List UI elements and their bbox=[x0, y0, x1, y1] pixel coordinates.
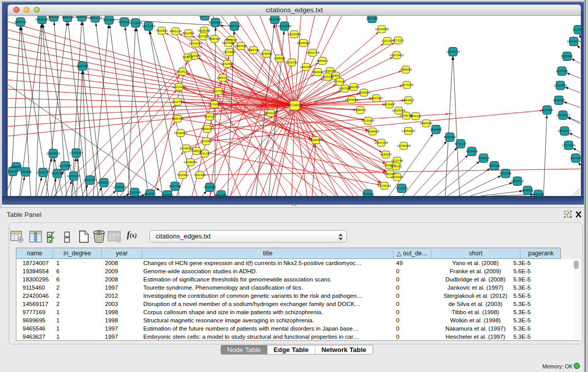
svg-text:9184067: 9184067 bbox=[380, 153, 392, 156]
svg-text:1156809: 1156809 bbox=[20, 170, 32, 173]
svg-text:7462664: 7462664 bbox=[347, 85, 360, 89]
svg-text:9671102: 9671102 bbox=[393, 39, 405, 42]
svg-text:10958127: 10958127 bbox=[97, 181, 111, 184]
svg-text:8101275: 8101275 bbox=[199, 16, 211, 17]
svg-text:1965498: 1965498 bbox=[171, 117, 184, 120]
svg-text:9660124: 9660124 bbox=[169, 30, 182, 33]
svg-text:2718126: 2718126 bbox=[177, 70, 189, 73]
svg-text:5359410: 5359410 bbox=[201, 127, 213, 130]
svg-text:8441102: 8441102 bbox=[410, 115, 422, 118]
svg-text:1893115: 1893115 bbox=[48, 16, 60, 18]
svg-text:9454: 9454 bbox=[332, 74, 339, 77]
svg-text:16033809: 16033809 bbox=[209, 21, 223, 24]
svg-text:12213389: 12213389 bbox=[172, 85, 186, 89]
svg-text:6794028: 6794028 bbox=[324, 70, 336, 73]
svg-text:3875685: 3875685 bbox=[223, 51, 235, 54]
svg-text:7625402: 7625402 bbox=[177, 173, 189, 177]
svg-text:1167534: 1167534 bbox=[570, 157, 581, 160]
svg-text:20691406: 20691406 bbox=[35, 18, 49, 21]
svg-text:20364436: 20364436 bbox=[345, 98, 359, 101]
svg-text:9457791: 9457791 bbox=[169, 185, 181, 188]
svg-text:1128101: 1128101 bbox=[390, 165, 403, 168]
svg-text:15692971: 15692971 bbox=[558, 129, 572, 133]
svg-text:12905135: 12905135 bbox=[67, 174, 81, 178]
svg-text:17016504: 17016504 bbox=[562, 144, 576, 147]
svg-text:20206536: 20206536 bbox=[47, 152, 60, 155]
svg-text:8322032: 8322032 bbox=[286, 61, 298, 64]
svg-text:7632621: 7632621 bbox=[488, 164, 500, 167]
svg-text:8226058: 8226058 bbox=[198, 29, 210, 32]
svg-text:3824554: 3824554 bbox=[358, 91, 370, 94]
svg-text:10025438: 10025438 bbox=[392, 109, 406, 112]
svg-text:16782759: 16782759 bbox=[113, 186, 127, 189]
svg-text:9474444: 9474444 bbox=[466, 150, 478, 153]
svg-text:1112480: 1112480 bbox=[573, 28, 581, 31]
svg-text:8990448: 8990448 bbox=[312, 71, 324, 74]
svg-text:6216497: 6216497 bbox=[383, 103, 396, 106]
svg-text:16961758: 16961758 bbox=[306, 51, 320, 54]
svg-text:19384554: 19384554 bbox=[309, 139, 323, 142]
svg-text:9834591: 9834591 bbox=[362, 192, 374, 195]
svg-text:989015: 989015 bbox=[183, 56, 193, 59]
svg-text:12942737: 12942737 bbox=[36, 171, 50, 174]
svg-text:15640910: 15640910 bbox=[297, 41, 311, 45]
svg-text:19166827: 19166827 bbox=[174, 132, 188, 135]
svg-text:15720407: 15720407 bbox=[361, 119, 375, 122]
svg-text:9777169: 9777169 bbox=[334, 80, 346, 83]
svg-text:2905334: 2905334 bbox=[76, 64, 89, 68]
svg-text:8813054: 8813054 bbox=[269, 18, 281, 21]
svg-text:6479197: 6479197 bbox=[454, 142, 467, 145]
svg-text:9242848: 9242848 bbox=[221, 62, 233, 65]
svg-text:2522544: 2522544 bbox=[391, 176, 403, 179]
svg-text:2987682: 2987682 bbox=[366, 17, 378, 20]
svg-text:1120746: 1120746 bbox=[391, 159, 404, 162]
svg-text:10719185: 10719185 bbox=[129, 21, 143, 25]
svg-text:1640953: 1640953 bbox=[430, 128, 442, 131]
svg-text:1362615: 1362615 bbox=[300, 65, 312, 69]
svg-text:14099489: 14099489 bbox=[184, 161, 198, 164]
svg-text:15751074: 15751074 bbox=[567, 40, 581, 43]
svg-text:9245652: 9245652 bbox=[521, 189, 534, 192]
svg-text:10688609: 10688609 bbox=[366, 130, 380, 133]
svg-text:1588520: 1588520 bbox=[273, 57, 286, 60]
svg-text:2935114: 2935114 bbox=[478, 157, 490, 160]
svg-text:9716485: 9716485 bbox=[204, 186, 216, 189]
svg-text:1244418: 1244418 bbox=[553, 99, 565, 102]
svg-text:18300295: 18300295 bbox=[264, 112, 278, 115]
svg-text:8471626: 8471626 bbox=[499, 172, 512, 175]
svg-text:16671355: 16671355 bbox=[142, 25, 156, 28]
svg-text:2867608: 2867608 bbox=[235, 45, 247, 48]
svg-text:11325419: 11325419 bbox=[288, 33, 301, 36]
svg-text:10807487: 10807487 bbox=[369, 97, 383, 100]
svg-text:8427552: 8427552 bbox=[212, 90, 225, 93]
svg-text:2055714: 2055714 bbox=[14, 20, 27, 24]
svg-text:8454749: 8454749 bbox=[247, 49, 259, 52]
svg-text:12975115: 12975115 bbox=[400, 83, 414, 86]
svg-text:18807249: 18807249 bbox=[375, 141, 388, 144]
svg-text:13654923: 13654923 bbox=[402, 129, 416, 133]
svg-text:8912954: 8912954 bbox=[182, 32, 194, 35]
svg-text:8170065: 8170065 bbox=[208, 103, 221, 106]
svg-text:9327500: 9327500 bbox=[197, 35, 209, 38]
svg-text:2803144: 2803144 bbox=[216, 76, 229, 79]
svg-text:1527602: 1527602 bbox=[103, 18, 115, 21]
svg-text:7663822: 7663822 bbox=[156, 29, 168, 32]
svg-text:10975887: 10975887 bbox=[58, 164, 72, 167]
svg-text:12093832: 12093832 bbox=[554, 84, 568, 87]
svg-text:8120517: 8120517 bbox=[76, 16, 88, 18]
svg-text:9463627: 9463627 bbox=[402, 99, 415, 102]
svg-text:7911321: 7911321 bbox=[199, 152, 211, 155]
svg-text:9699695: 9699695 bbox=[420, 122, 432, 125]
svg-text:1691445: 1691445 bbox=[193, 173, 206, 177]
svg-text:7357224: 7357224 bbox=[228, 25, 241, 28]
svg-text:3215958: 3215958 bbox=[541, 108, 553, 112]
svg-text:14136141: 14136141 bbox=[378, 184, 391, 187]
svg-text:12923448: 12923448 bbox=[128, 191, 142, 194]
svg-text:17359924: 17359924 bbox=[70, 151, 83, 155]
svg-text:17957223: 17957223 bbox=[83, 179, 97, 182]
svg-text:9663117: 9663117 bbox=[62, 16, 74, 19]
svg-text:10973493: 10973493 bbox=[390, 54, 404, 57]
svg-text:9464302: 9464302 bbox=[144, 192, 156, 195]
svg-text:18724007: 18724007 bbox=[288, 103, 302, 107]
svg-text:9329966: 9329966 bbox=[561, 55, 573, 58]
